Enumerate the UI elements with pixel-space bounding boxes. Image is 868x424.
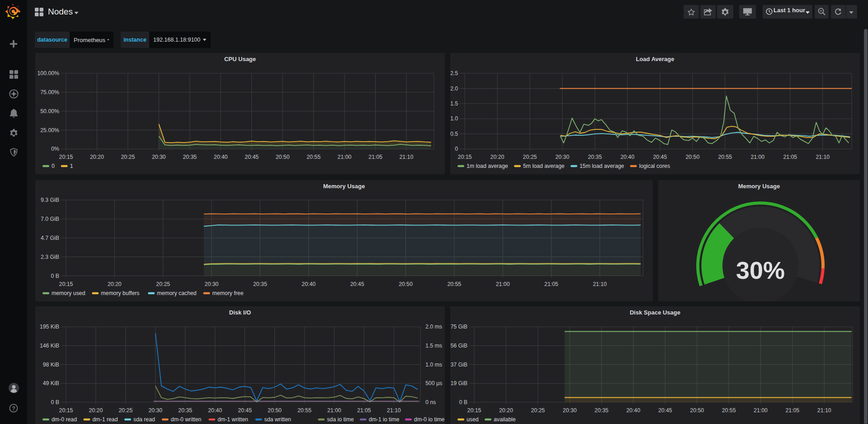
svg-text:20:45: 20:45 — [658, 407, 672, 414]
svg-text:sda io time: sda io time — [327, 416, 354, 423]
svg-text:memory free: memory free — [212, 290, 244, 296]
svg-text:20:15: 20:15 — [458, 154, 472, 160]
svg-text:Load Average: Load Average — [636, 56, 674, 62]
svg-text:20:45: 20:45 — [350, 281, 364, 287]
svg-text:2.0: 2.0 — [450, 86, 458, 92]
svg-text:dm-0 read: dm-0 read — [52, 416, 77, 423]
svg-text:19 GiB: 19 GiB — [450, 380, 467, 386]
svg-text:21:00: 21:00 — [327, 407, 341, 414]
svg-text:0 ns: 0 ns — [425, 399, 436, 405]
svg-text:Memory Usage: Memory Usage — [323, 183, 365, 190]
svg-text:20:45: 20:45 — [245, 154, 259, 160]
svg-text:20:20: 20:20 — [108, 281, 122, 287]
svg-text:20:15: 20:15 — [59, 407, 73, 414]
svg-text:4.7 GiB: 4.7 GiB — [41, 235, 59, 241]
svg-text:20:45: 20:45 — [653, 154, 667, 160]
svg-text:20:30: 20:30 — [152, 154, 166, 160]
svg-text:20:35: 20:35 — [588, 154, 602, 160]
svg-text:20:50: 20:50 — [690, 407, 704, 414]
svg-text:20:35: 20:35 — [253, 281, 267, 287]
svg-text:21:10: 21:10 — [387, 407, 401, 414]
svg-text:dm-0 io time: dm-0 io time — [414, 416, 445, 423]
svg-text:20:40: 20:40 — [627, 407, 641, 414]
svg-text:1: 1 — [70, 163, 73, 169]
svg-text:20:15: 20:15 — [59, 154, 73, 160]
svg-text:75 GiB: 75 GiB — [450, 324, 467, 330]
svg-text:0 B: 0 B — [51, 273, 59, 279]
svg-text:75.00%: 75.00% — [40, 89, 59, 95]
svg-text:dm-1 written: dm-1 written — [217, 416, 248, 423]
svg-text:Disk I/O: Disk I/O — [229, 309, 251, 316]
svg-text:100.00%: 100.00% — [37, 70, 59, 76]
svg-text:20:15: 20:15 — [467, 407, 481, 414]
svg-text:30%: 30% — [736, 257, 785, 284]
svg-text:56 GiB: 56 GiB — [450, 343, 467, 349]
svg-text:20:55: 20:55 — [447, 281, 461, 287]
svg-text:sda read: sda read — [133, 416, 155, 423]
svg-text:98 KiB: 98 KiB — [43, 362, 59, 368]
svg-text:49 KiB: 49 KiB — [43, 380, 59, 386]
svg-text:20:35: 20:35 — [594, 407, 609, 414]
svg-text:25.00%: 25.00% — [40, 127, 59, 133]
svg-text:0 B: 0 B — [459, 399, 467, 405]
svg-text:20:55: 20:55 — [718, 154, 732, 160]
svg-text:21:10: 21:10 — [593, 281, 607, 287]
svg-text:CPU Usage: CPU Usage — [224, 56, 256, 62]
svg-text:Memory Usage: Memory Usage — [738, 183, 780, 190]
svg-text:1.5 ms: 1.5 ms — [425, 343, 442, 349]
svg-text:20:40: 20:40 — [208, 407, 222, 414]
svg-text:500 µs: 500 µs — [425, 380, 442, 386]
svg-text:7.0 GiB: 7.0 GiB — [41, 216, 59, 222]
svg-text:0: 0 — [52, 163, 55, 169]
svg-text:20:20: 20:20 — [499, 407, 513, 414]
svg-text:21:05: 21:05 — [368, 154, 382, 160]
svg-text:37 GiB: 37 GiB — [450, 362, 467, 368]
svg-text:0 B: 0 B — [51, 399, 59, 405]
svg-text:20:40: 20:40 — [302, 281, 316, 287]
svg-text:21:10: 21:10 — [817, 407, 831, 414]
svg-text:1.0: 1.0 — [450, 115, 458, 122]
svg-text:?: ? — [12, 405, 15, 412]
svg-text:20:30: 20:30 — [148, 407, 162, 414]
svg-text:20:50: 20:50 — [399, 281, 413, 287]
svg-text:20:20: 20:20 — [90, 154, 104, 160]
svg-text:20:25: 20:25 — [531, 407, 545, 414]
svg-text:0%: 0% — [51, 146, 59, 152]
svg-text:20:25: 20:25 — [119, 407, 133, 414]
svg-text:2.3 GiB: 2.3 GiB — [41, 254, 59, 260]
svg-text:50.00%: 50.00% — [40, 108, 59, 114]
svg-text:21:05: 21:05 — [785, 407, 799, 414]
svg-text:20:45: 20:45 — [238, 407, 252, 414]
svg-text:1m load average: 1m load average — [467, 163, 508, 169]
svg-text:21:00: 21:00 — [496, 281, 510, 287]
svg-text:15m load average: 15m load average — [580, 163, 624, 169]
svg-text:21:00: 21:00 — [754, 407, 768, 414]
svg-text:20:50: 20:50 — [686, 154, 700, 160]
svg-text:20:25: 20:25 — [156, 281, 170, 287]
svg-text:2.5: 2.5 — [450, 70, 458, 76]
svg-text:146 KiB: 146 KiB — [40, 343, 59, 349]
svg-text:20:30: 20:30 — [563, 407, 577, 414]
svg-text:Disk Space Usage: Disk Space Usage — [630, 309, 680, 316]
svg-text:available: available — [494, 416, 516, 423]
svg-text:21:10: 21:10 — [816, 154, 830, 160]
svg-text:20:55: 20:55 — [722, 407, 736, 414]
svg-text:21:05: 21:05 — [783, 154, 797, 160]
svg-text:20:50: 20:50 — [276, 154, 290, 160]
svg-text:21:00: 21:00 — [750, 154, 764, 160]
svg-text:memory used: memory used — [52, 290, 85, 296]
svg-text:20:30: 20:30 — [205, 281, 219, 287]
svg-text:memory cached: memory cached — [157, 290, 197, 296]
svg-text:21:05: 21:05 — [544, 281, 558, 287]
svg-text:dm-1 read: dm-1 read — [93, 416, 118, 423]
svg-text:2.0 ms: 2.0 ms — [425, 324, 442, 330]
svg-text:1.0 ms: 1.0 ms — [425, 362, 442, 368]
svg-text:20:25: 20:25 — [523, 154, 537, 160]
svg-text:21:00: 21:00 — [338, 154, 352, 160]
svg-text:20:20: 20:20 — [491, 154, 505, 160]
svg-text:0: 0 — [455, 146, 458, 152]
svg-text:20:30: 20:30 — [556, 154, 570, 160]
svg-text:1.5: 1.5 — [450, 100, 458, 107]
svg-text:20:15: 20:15 — [59, 281, 73, 287]
svg-text:dm-0 written: dm-0 written — [171, 416, 202, 423]
